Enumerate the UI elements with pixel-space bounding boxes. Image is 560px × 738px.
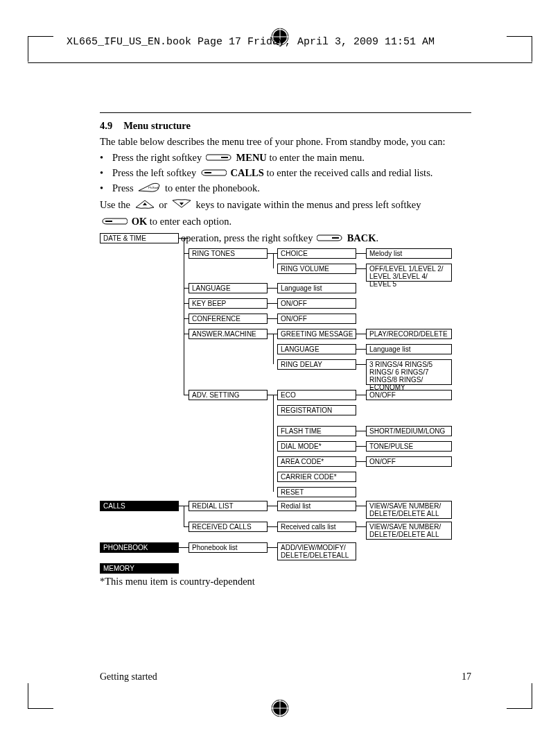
left-softkey-icon xyxy=(200,167,227,180)
menu-item: ECO xyxy=(277,390,356,400)
svg-rect-12 xyxy=(332,237,339,239)
svg-rect-9 xyxy=(204,172,211,173)
menu-item: Phonebook list xyxy=(189,542,268,553)
menu-item: Redial list xyxy=(277,501,356,511)
left-softkey-icon xyxy=(101,216,128,229)
menu-item: ON/OFF xyxy=(366,390,452,400)
crop-mark xyxy=(28,683,53,709)
top-divider xyxy=(28,62,532,63)
memory-root: MEMORY xyxy=(100,563,179,574)
bullet-item: •Press the right softkey MENU to enter t… xyxy=(100,151,485,165)
phonebook-key-icon: Ph.Book xyxy=(137,182,161,196)
menu-item: Melody list xyxy=(366,248,452,259)
menu-item: ON/OFF xyxy=(277,298,356,309)
phonebook-root: PHONEBOOK xyxy=(100,542,179,553)
right-softkey-icon xyxy=(317,232,343,246)
menu-item: KEY BEEP xyxy=(189,298,268,309)
registration-target-icon xyxy=(271,699,289,717)
footer-section: Getting started xyxy=(100,671,157,683)
bullet-item: •Press Ph.Book to enter the phonebook. xyxy=(100,182,485,196)
menu-item: TONE/PULSE xyxy=(366,441,452,452)
svg-text:Ph.Book: Ph.Book xyxy=(148,186,159,189)
section-number: 4.9 xyxy=(100,120,112,131)
menu-item: FLASH TIME xyxy=(277,426,356,436)
footer-page-number: 17 xyxy=(462,671,471,683)
crop-mark xyxy=(28,36,53,62)
menu-item: ADD/VIEW/MODIFY/ DELETE/DELETEALL xyxy=(277,542,356,560)
up-key-icon xyxy=(134,199,155,212)
menu-item: LANGUAGE xyxy=(189,283,268,293)
intro-text: The table below describes the menu tree … xyxy=(100,135,485,148)
menu-item: AREA CODE* xyxy=(277,456,356,467)
menu-item: RING VOLUME xyxy=(277,264,356,274)
menu-item: OFF/LEVEL 1/LEVEL 2/ LEVEL 3/LEVEL 4/ LE… xyxy=(366,264,452,282)
menu-item: 3 RINGS/4 RINGS/5 RINGS/ 6 RINGS/7 RINGS… xyxy=(366,359,452,385)
menu-item: RESET xyxy=(277,487,356,497)
framemaker-bookmark: XL665_IFU_US_EN.book Page 17 Friday, Apr… xyxy=(67,36,435,48)
menu-item: LANGUAGE xyxy=(277,344,356,354)
bullet-item: •Press the left softkey CALLS to enter t… xyxy=(100,166,485,180)
menu-item: VIEW/SAVE NUMBER/ DELETE/DELETE ALL xyxy=(366,501,452,519)
menu-item: CHOICE xyxy=(277,248,356,259)
menu-item: DATE & TIME xyxy=(100,233,179,243)
menu-item: GREETING MESSAGE xyxy=(277,329,356,339)
page: XL665_IFU_US_EN.book Page 17 Friday, Apr… xyxy=(0,0,560,738)
menu-item: VIEW/SAVE NUMBER/ DELETE/DELETE ALL xyxy=(366,522,452,540)
menu-item: ON/OFF xyxy=(366,456,452,467)
crop-mark xyxy=(507,683,532,709)
section-rule xyxy=(100,112,471,113)
nav-text: Use the or keys to navigate within the m… xyxy=(100,198,485,212)
ok-line: OK to enter each option. xyxy=(100,215,485,229)
section-title: Menu structure xyxy=(123,120,191,131)
menu-item: REGISTRATION xyxy=(277,405,356,415)
right-softkey-icon xyxy=(206,152,232,165)
menu-item: ANSWER.MACHINE xyxy=(189,329,268,339)
footnote: *This menu item is country-dependent xyxy=(100,576,255,587)
menu-item: Language list xyxy=(366,344,452,354)
svg-rect-8 xyxy=(221,157,228,158)
svg-rect-11 xyxy=(105,221,112,222)
menu-item: Language list xyxy=(277,283,356,293)
menu-item: RING TONES xyxy=(189,248,268,259)
crop-mark xyxy=(507,36,532,62)
menu-item: SHORT/MEDIUM/LONG xyxy=(366,426,452,436)
menu-item: ADV. SETTING xyxy=(189,390,268,400)
menu-item: CONFERENCE xyxy=(189,314,268,324)
menu-item: ON/OFF xyxy=(277,314,356,324)
menu-item: PLAY/RECORD/DELETE xyxy=(366,329,452,339)
menu-item: DIAL MODE* xyxy=(277,441,356,452)
menu-item: Received calls list xyxy=(277,522,356,532)
menu-item: RECEIVED CALLS xyxy=(189,522,268,532)
menu-item: REDIAL LIST xyxy=(189,501,268,511)
menu-item: CARRIER CODE* xyxy=(277,472,356,482)
down-key-icon xyxy=(171,199,192,212)
menu-item: RING DELAY xyxy=(277,359,356,370)
calls-root: CALLS xyxy=(100,501,179,511)
section-body: 4.9Menu structure The table below descri… xyxy=(100,117,485,248)
